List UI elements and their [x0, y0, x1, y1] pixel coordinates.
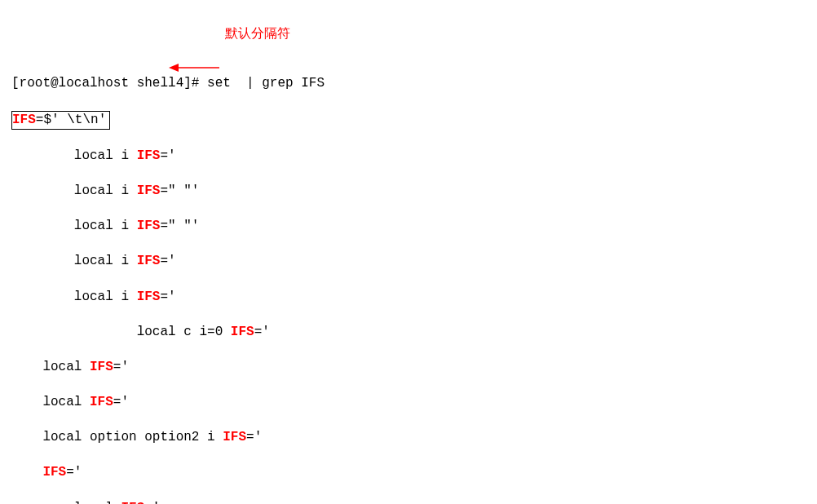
- prompt-line: [root@localhost shell4]# set | grep IFS: [11, 75, 806, 93]
- output-line: local option option2 i IFS=': [11, 429, 806, 447]
- ifs-keyword: IFS: [90, 395, 113, 409]
- output-line: local c i=0 IFS=': [11, 324, 806, 342]
- output-line: local IFS=': [11, 500, 806, 504]
- ifs-keyword: IFS: [121, 501, 144, 504]
- boxed-result: IFS=$' \t\n': [11, 111, 110, 130]
- output-line: local i IFS=" "': [11, 218, 806, 236]
- output-line: local IFS=': [11, 394, 806, 412]
- output-line: local i IFS=': [11, 253, 806, 271]
- output-line: IFS=': [11, 464, 806, 482]
- ifs-keyword: IFS: [12, 113, 36, 127]
- output-line: local i IFS=': [11, 148, 806, 166]
- command-text: set | grep IFS: [207, 76, 325, 91]
- ifs-keyword: IFS: [137, 254, 161, 268]
- output-line: local i IFS=" "': [11, 183, 806, 201]
- svg-marker-1: [169, 64, 179, 72]
- ifs-keyword: IFS: [137, 290, 161, 304]
- output-line: local i IFS=': [11, 289, 806, 307]
- ifs-keyword: IFS: [231, 325, 254, 339]
- ifs-keyword: IFS: [42, 465, 66, 480]
- annotation-text: 默认分隔符: [225, 24, 290, 42]
- ifs-keyword: IFS: [137, 148, 161, 163]
- ifs-keyword: IFS: [137, 219, 161, 233]
- arrow-icon: [169, 26, 219, 92]
- output-boxed-line: IFS=$' \t\n': [11, 111, 806, 130]
- ifs-keyword: IFS: [223, 430, 246, 444]
- ifs-keyword: IFS: [90, 360, 113, 374]
- output-line: local IFS=': [11, 359, 806, 377]
- ifs-keyword: IFS: [137, 183, 161, 198]
